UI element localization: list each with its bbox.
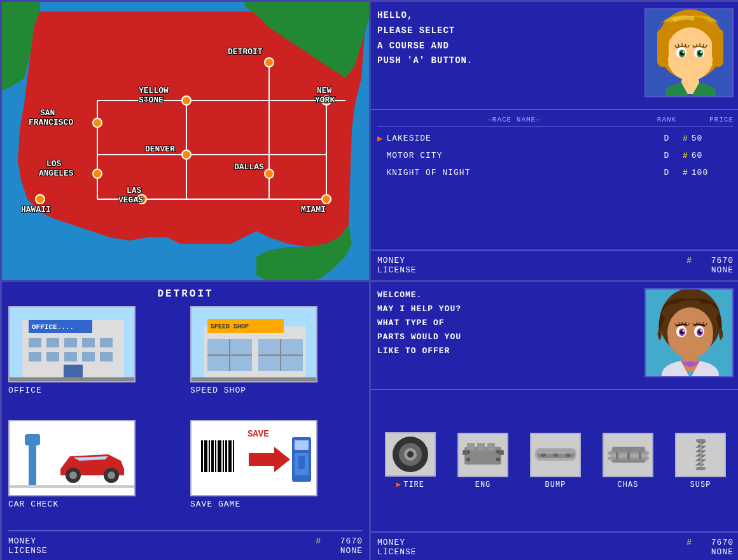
svg-rect-29: [29, 352, 41, 361]
denver-dot[interactable]: [182, 150, 191, 159]
shop-greeting: WELCOME. MAY I HELP YOU? WHAT TYPE OF PA…: [377, 288, 638, 382]
svg-rect-65: [233, 440, 234, 472]
svg-rect-113: [616, 452, 618, 459]
part-susp[interactable]: SUSP: [667, 433, 734, 489]
character-portrait-2: [644, 288, 734, 377]
character-portrait-1: [644, 8, 734, 97]
svg-point-53: [108, 472, 115, 479]
yellowstone-dot[interactable]: [182, 96, 191, 105]
part-bump[interactable]: BUMP: [522, 433, 588, 489]
chas-icon: [602, 433, 653, 477]
car-check-icon[interactable]: [8, 420, 136, 496]
svg-rect-34: [64, 365, 83, 377]
sanfrancisco-dot[interactable]: [93, 118, 102, 127]
part-eng[interactable]: ENG: [450, 433, 516, 489]
save-game-label: SAVE GAME: [190, 500, 240, 509]
yellowstone-label2: STONE: [139, 95, 164, 105]
hawaii-dot[interactable]: [36, 195, 45, 204]
engine-svg: [459, 434, 507, 475]
city-item-speedshop[interactable]: SPEED SHOP SPEED SHOP: [190, 306, 363, 410]
tire-icon: [385, 432, 436, 477]
tire-svg: [387, 434, 435, 475]
shop-top-section: WELCOME. MAY I HELP YOU? WHAT TYPE OF PA…: [371, 282, 738, 390]
city-menu-panel: DETROIT OFFICE....: [2, 282, 371, 560]
speed-shop-icon[interactable]: SPEED SHOP: [190, 306, 317, 382]
svg-point-82: [700, 330, 702, 332]
city-item-carcheck[interactable]: CAR CHECK: [8, 420, 181, 524]
svg-rect-32: [82, 352, 95, 361]
bump-icon: [530, 433, 581, 477]
city-options-grid: OFFICE....: [8, 306, 363, 524]
svg-point-18: [700, 52, 702, 53]
race-greeting: HELLO, PLEASE SELECT A COURSE AND PUSH '…: [377, 8, 638, 102]
svg-rect-46: [191, 377, 317, 382]
svg-point-17: [683, 52, 685, 53]
detroit-label: DETROIT: [228, 47, 263, 57]
losangeles-label: LOS: [46, 159, 62, 169]
office-icon[interactable]: OFFICE....: [8, 306, 136, 382]
mechanic-girl-portrait: [646, 290, 734, 377]
svg-rect-61: [218, 440, 221, 472]
svg-point-97: [496, 458, 500, 461]
lasvegas-label: LAS: [127, 186, 142, 195]
city-item-savegame[interactable]: SAVE SAVE GAME: [190, 420, 363, 524]
svg-rect-59: [211, 440, 214, 472]
miami-dot[interactable]: [322, 195, 331, 204]
city-license-line: LICENSE NONE: [8, 546, 363, 556]
svg-rect-56: [201, 440, 203, 472]
race-license-line: LICENSE NONE: [377, 265, 734, 275]
parts-row: ▶ TIRE: [377, 393, 734, 528]
svg-text:SAVE: SAVE: [247, 429, 269, 439]
bumper-svg: [532, 434, 580, 475]
svg-rect-99: [499, 450, 504, 455]
city-footer: MONEY # 7670 LICENSE NONE: [8, 530, 363, 556]
speed-shop-label: SPEED SHOP: [190, 386, 246, 395]
blonde-girl-portrait: [646, 10, 734, 97]
save-game-icon[interactable]: SAVE: [190, 420, 317, 496]
hawaii-label: HAWAII: [21, 205, 51, 214]
race-row-knight[interactable]: ▶ KNIGHT OF NIGHT D # 100: [377, 164, 734, 181]
shop-parts-section: ▶ TIRE: [371, 390, 738, 531]
svg-rect-31: [64, 352, 77, 361]
svg-rect-27: [82, 338, 95, 347]
part-tire[interactable]: ▶ TIRE: [377, 432, 443, 489]
svg-rect-93: [487, 443, 495, 451]
part-chas[interactable]: CHAS: [595, 433, 661, 489]
sanfrancisco-label: SAN: [40, 108, 55, 118]
svg-rect-119: [700, 442, 702, 467]
race-top-section: HELLO, PLEASE SELECT A COURSE AND PUSH '…: [371, 2, 738, 110]
svg-rect-10: [712, 29, 723, 67]
carcheck-svg: [10, 421, 136, 496]
svg-rect-57: [204, 440, 207, 472]
game-screen: DETROIT YELLOW STONE NEW YORK SAN FRANCI…: [0, 0, 738, 560]
detroit-dot[interactable]: [265, 58, 274, 67]
svg-rect-35: [10, 377, 136, 382]
svg-rect-9: [657, 29, 669, 67]
savegame-svg: SAVE: [191, 421, 317, 496]
city-item-office[interactable]: OFFICE....: [8, 306, 181, 410]
car-check-label: CAR CHECK: [8, 500, 59, 509]
bump-label: BUMP: [545, 480, 566, 489]
svg-rect-109: [612, 447, 645, 452]
speedshop-building-svg: SPEED SHOP: [191, 307, 317, 382]
svg-text:SPEED SHOP: SPEED SHOP: [211, 323, 249, 330]
svg-rect-58: [209, 440, 210, 472]
losangeles-dot[interactable]: [93, 169, 102, 178]
race-table-section: —RACE NAME— RANK PRICE ▶ LAKESIDE D # 50…: [371, 110, 738, 249]
miami-label: MIAMI: [301, 205, 326, 214]
susp-icon: [675, 433, 726, 477]
eng-icon: [457, 433, 508, 477]
svg-rect-54: [10, 485, 136, 488]
svg-rect-24: [29, 338, 41, 347]
dallas-dot[interactable]: [265, 169, 274, 178]
losangeles-label2: ANGELES: [39, 169, 74, 178]
shop-license-line: LICENSE NONE: [377, 547, 734, 557]
chas-label: CHAS: [618, 480, 639, 489]
race-row-motorcity[interactable]: ▶ MOTOR CITY D # 60: [377, 147, 734, 164]
office-label: OFFICE: [8, 386, 42, 395]
race-select-panel: HELLO, PLEASE SELECT A COURSE AND PUSH '…: [371, 2, 738, 282]
race-footer: MONEY # 7670 LICENSE NONE: [371, 249, 738, 280]
svg-rect-30: [46, 352, 59, 361]
race-row-lakeside[interactable]: ▶ LAKESIDE D # 50: [377, 130, 734, 147]
race-selected-arrow: ▶: [377, 133, 383, 144]
